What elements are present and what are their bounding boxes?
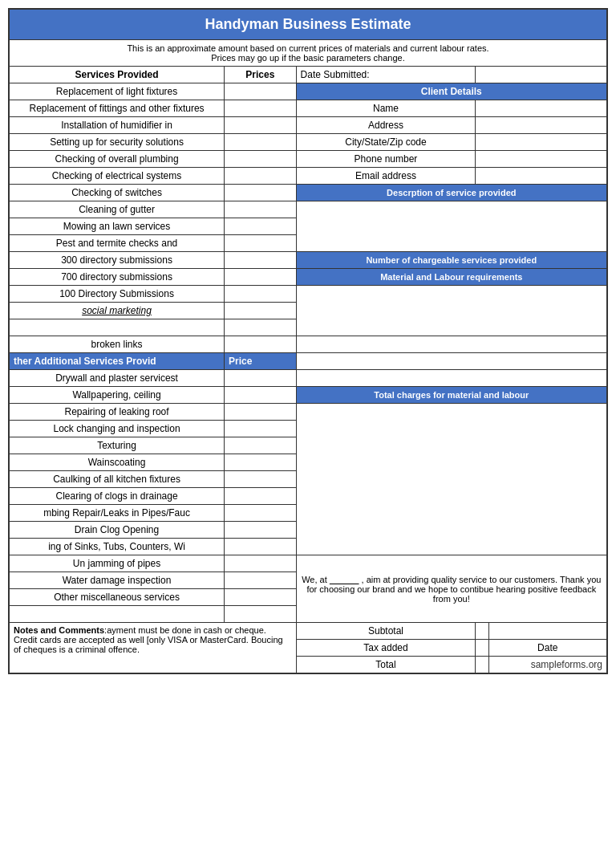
table-row: Setting up for security solutions City/S…	[9, 134, 607, 151]
table-row: Replacement of light fixtures Client Det…	[9, 83, 607, 100]
service-item	[9, 319, 225, 336]
table-row: Checking of switches Descrption of servi…	[9, 185, 607, 201]
table-row: Checking of overall plumbing Phone numbe…	[9, 151, 607, 168]
additional-service-item: Wallpapering, ceiling	[9, 387, 225, 404]
client-value-name	[476, 100, 607, 117]
subtotal-extra	[488, 623, 607, 640]
column-header-row: Services Provided Prices Date Submitted:	[9, 67, 607, 83]
notes-row: Notes and Comments:ayment must be done i…	[9, 623, 607, 640]
service-item: 700 directory submissions	[9, 269, 225, 286]
date-submitted-label: Date Submitted:	[296, 67, 476, 83]
additional-service-item: ing of Sinks, Tubs, Counters, Wi	[9, 539, 225, 555]
description-value	[296, 201, 607, 252]
price-cell	[225, 336, 297, 353]
table-row: Un jamming of pipes We, at , aim at prov…	[9, 555, 607, 572]
material-header: Material and Labour requirements	[296, 269, 607, 286]
date-submitted-value	[476, 67, 607, 83]
main-title: Handyman Business Estimate	[9, 9, 607, 40]
table-row: 300 directory submissions Number of char…	[9, 252, 607, 269]
price-cell	[225, 319, 297, 336]
price-cell	[225, 100, 297, 117]
price-cell	[225, 421, 297, 437]
service-item: Replacement of fittings and other fixtur…	[9, 100, 225, 117]
sampleforms-label: sampleforms.org	[488, 657, 607, 674]
additional-service-item: mbing Repair/Leaks in Pipes/Fauc	[9, 505, 225, 522]
client-value-email	[476, 168, 607, 185]
service-item: social marketing	[9, 303, 225, 319]
price-cell	[225, 387, 297, 404]
price-cell	[225, 83, 297, 100]
service-item: Cleaning of gutter	[9, 201, 225, 218]
service-item: Setting up for security solutions	[9, 134, 225, 151]
price-cell	[225, 286, 297, 303]
date-label: Date	[488, 640, 607, 657]
empty-cell	[296, 353, 607, 370]
client-value-city	[476, 134, 607, 151]
subtitle-row: This is an approximate amount based on c…	[9, 40, 607, 67]
table-row: Installation of humidifier in Address	[9, 117, 607, 134]
service-item: Checking of switches	[9, 185, 225, 201]
additional-service-item: Other miscellaneous services	[9, 589, 225, 606]
notes-cell: Notes and Comments:ayment must be done i…	[9, 623, 296, 674]
price-cell	[225, 134, 297, 151]
client-field-email: Email address	[296, 168, 476, 185]
services-header: Services Provided	[9, 67, 225, 83]
table-row: Repairing of leaking roof	[9, 404, 607, 421]
client-field-phone: Phone number	[296, 151, 476, 168]
client-field-name: Name	[296, 100, 476, 117]
price-cell	[225, 522, 297, 539]
price-cell	[225, 218, 297, 235]
additional-service-item: Clearing of clogs in drainage	[9, 488, 225, 505]
additional-service-item: Lock changing and inspection	[9, 421, 225, 437]
client-value-phone	[476, 151, 607, 168]
title-row: Handyman Business Estimate	[9, 9, 607, 40]
client-details-header: Client Details	[296, 83, 607, 100]
additional-services-header-row: ther Additional Services Provid Price	[9, 353, 607, 370]
price-cell	[225, 572, 297, 589]
client-field-city: City/State/Zip code	[296, 134, 476, 151]
price-cell	[225, 151, 297, 168]
price-cell	[225, 589, 297, 606]
additional-service-item: Water damage inspection	[9, 572, 225, 589]
service-item: Installation of humidifier in	[9, 117, 225, 134]
service-item: 100 Directory Submissions	[9, 286, 225, 303]
table-row: Checking of electrical systems Email add…	[9, 168, 607, 185]
brand-message: We, at , aim at providing quality servic…	[296, 555, 607, 623]
price-cell	[225, 185, 297, 201]
table-row: Wallpapering, ceiling Total charges for …	[9, 387, 607, 404]
service-item: Pest and termite checks and	[9, 235, 225, 252]
total-charges-value	[296, 404, 607, 555]
additional-service-item: Un jamming of pipes	[9, 555, 225, 572]
client-field-address: Address	[296, 117, 476, 134]
service-item: broken links	[9, 336, 225, 353]
total-charges-header: Total charges for material and labour	[296, 387, 607, 404]
price-cell	[225, 488, 297, 505]
price-cell	[225, 168, 297, 185]
table-row: Drywall and plaster servicest	[9, 370, 607, 387]
additional-service-item: Drain Clog Opening	[9, 522, 225, 539]
service-item: Checking of overall plumbing	[9, 151, 225, 168]
price-cell	[225, 235, 297, 252]
table-row: Replacement of fittings and other fixtur…	[9, 100, 607, 117]
price-cell	[225, 117, 297, 134]
service-item: Replacement of light fixtures	[9, 83, 225, 100]
price-cell	[225, 454, 297, 471]
price-cell	[225, 269, 297, 286]
empty-cell	[296, 370, 607, 387]
total-value	[476, 657, 488, 674]
material-value	[296, 286, 607, 336]
price-cell	[225, 437, 297, 454]
price-cell	[225, 303, 297, 319]
service-item: Checking of electrical systems	[9, 168, 225, 185]
table-row: 700 directory submissions Material and L…	[9, 269, 607, 286]
additional-service-item: Texturing	[9, 437, 225, 454]
prices-header: Prices	[225, 67, 297, 83]
subtotal-label: Subtotal	[296, 623, 476, 640]
table-row: broken links	[9, 336, 607, 353]
price-cell	[225, 555, 297, 572]
client-value-address	[476, 117, 607, 134]
empty-cell	[9, 606, 225, 623]
table-row: 100 Directory Submissions	[9, 286, 607, 303]
table-row: Cleaning of gutter	[9, 201, 607, 218]
additional-service-item: Caulking of all kitchen fixtures	[9, 471, 225, 488]
